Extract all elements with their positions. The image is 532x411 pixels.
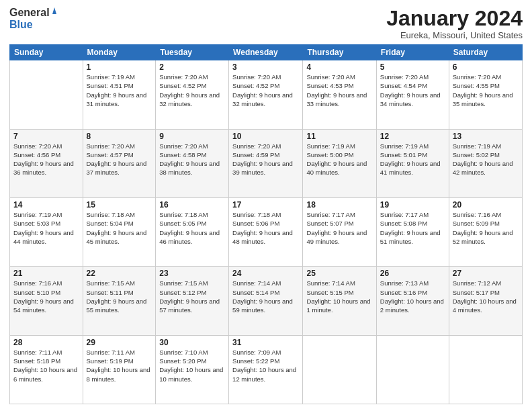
table-row: 10 Sunrise: 7:20 AMSunset: 4:59 PMDaylig…	[229, 129, 303, 197]
day-number: 23	[159, 269, 225, 278]
day-number: 25	[306, 269, 372, 278]
table-row: 20 Sunrise: 7:16 AMSunset: 5:09 PMDaylig…	[449, 197, 522, 266]
table-row: 11 Sunrise: 7:19 AMSunset: 5:00 PMDaylig…	[303, 129, 376, 197]
table-row: 21 Sunrise: 7:16 AMSunset: 5:10 PMDaylig…	[10, 267, 83, 335]
location: Eureka, Missouri, United States	[386, 30, 523, 40]
day-info: Sunrise: 7:20 AMSunset: 4:59 PMDaylight:…	[232, 142, 299, 177]
day-info: Sunrise: 7:20 AMSunset: 4:53 PMDaylight:…	[306, 73, 372, 108]
calendar-week-row: 7 Sunrise: 7:20 AMSunset: 4:56 PMDayligh…	[10, 129, 523, 197]
header: General Blue January 2024 Eureka, Missou…	[9, 7, 523, 40]
day-number: 5	[380, 62, 445, 72]
day-info: Sunrise: 7:14 AMSunset: 5:14 PMDaylight:…	[232, 279, 299, 314]
table-row: 12 Sunrise: 7:19 AMSunset: 5:01 PMDaylig…	[376, 129, 449, 197]
title-block: January 2024 Eureka, Missouri, United St…	[386, 7, 523, 40]
col-wednesday: Wednesday	[229, 45, 303, 60]
day-info: Sunrise: 7:18 AMSunset: 5:06 PMDaylight:…	[232, 210, 299, 246]
day-info: Sunrise: 7:11 AMSunset: 5:19 PMDaylight:…	[87, 348, 152, 383]
table-row	[303, 335, 376, 404]
svg-marker-0	[52, 7, 56, 14]
day-info: Sunrise: 7:20 AMSunset: 4:58 PMDaylight:…	[159, 142, 225, 177]
day-number: 4	[306, 62, 372, 72]
table-row: 14 Sunrise: 7:19 AMSunset: 5:03 PMDaylig…	[10, 197, 83, 266]
day-info: Sunrise: 7:20 AMSunset: 4:54 PMDaylight:…	[380, 73, 445, 108]
table-row: 22 Sunrise: 7:15 AMSunset: 5:11 PMDaylig…	[83, 267, 156, 335]
day-number: 12	[380, 132, 445, 141]
day-info: Sunrise: 7:19 AMSunset: 5:02 PMDaylight:…	[453, 142, 519, 177]
calendar-table: Sunday Monday Tuesday Wednesday Thursday…	[9, 44, 523, 404]
day-info: Sunrise: 7:20 AMSunset: 4:57 PMDaylight:…	[87, 142, 152, 177]
day-number: 7	[13, 132, 79, 141]
calendar-week-row: 14 Sunrise: 7:19 AMSunset: 5:03 PMDaylig…	[10, 197, 523, 266]
day-info: Sunrise: 7:16 AMSunset: 5:10 PMDaylight:…	[13, 279, 79, 314]
day-info: Sunrise: 7:19 AMSunset: 4:51 PMDaylight:…	[87, 73, 152, 108]
calendar-week-row: 28 Sunrise: 7:11 AMSunset: 5:18 PMDaylig…	[10, 335, 523, 404]
day-number: 6	[453, 62, 519, 72]
table-row: 27 Sunrise: 7:12 AMSunset: 5:17 PMDaylig…	[449, 267, 522, 335]
day-number: 28	[13, 338, 79, 347]
day-number: 26	[380, 269, 445, 278]
day-number: 1	[87, 62, 152, 72]
col-tuesday: Tuesday	[156, 45, 229, 60]
table-row: 6 Sunrise: 7:20 AMSunset: 4:55 PMDayligh…	[449, 60, 522, 129]
table-row: 3 Sunrise: 7:20 AMSunset: 4:52 PMDayligh…	[229, 60, 303, 129]
day-number: 27	[453, 269, 519, 278]
table-row: 31 Sunrise: 7:09 AMSunset: 5:22 PMDaylig…	[229, 335, 303, 404]
table-row: 8 Sunrise: 7:20 AMSunset: 4:57 PMDayligh…	[83, 129, 156, 197]
day-info: Sunrise: 7:17 AMSunset: 5:08 PMDaylight:…	[380, 210, 445, 246]
day-number: 29	[87, 338, 152, 347]
day-info: Sunrise: 7:18 AMSunset: 5:05 PMDaylight:…	[159, 210, 225, 246]
col-thursday: Thursday	[303, 45, 376, 60]
day-number: 31	[232, 338, 299, 347]
day-number: 30	[159, 338, 225, 347]
table-row: 19 Sunrise: 7:17 AMSunset: 5:08 PMDaylig…	[376, 197, 449, 266]
table-row: 30 Sunrise: 7:10 AMSunset: 5:20 PMDaylig…	[156, 335, 229, 404]
day-info: Sunrise: 7:12 AMSunset: 5:17 PMDaylight:…	[453, 279, 519, 314]
day-info: Sunrise: 7:09 AMSunset: 5:22 PMDaylight:…	[232, 348, 299, 383]
day-info: Sunrise: 7:17 AMSunset: 5:07 PMDaylight:…	[306, 210, 372, 246]
day-info: Sunrise: 7:19 AMSunset: 5:00 PMDaylight:…	[306, 142, 372, 177]
day-number: 9	[159, 132, 225, 141]
table-row	[10, 60, 83, 129]
table-row: 29 Sunrise: 7:11 AMSunset: 5:19 PMDaylig…	[83, 335, 156, 404]
col-monday: Monday	[83, 45, 156, 60]
day-number: 10	[232, 132, 299, 141]
calendar-week-row: 21 Sunrise: 7:16 AMSunset: 5:10 PMDaylig…	[10, 267, 523, 335]
day-number: 18	[306, 200, 372, 210]
day-number: 2	[159, 62, 225, 72]
day-number: 17	[232, 200, 299, 210]
table-row	[449, 335, 522, 404]
table-row: 7 Sunrise: 7:20 AMSunset: 4:56 PMDayligh…	[10, 129, 83, 197]
day-number: 3	[232, 62, 299, 72]
day-number: 19	[380, 200, 445, 210]
day-info: Sunrise: 7:13 AMSunset: 5:16 PMDaylight:…	[380, 279, 445, 314]
day-info: Sunrise: 7:19 AMSunset: 5:03 PMDaylight:…	[13, 210, 79, 246]
day-info: Sunrise: 7:20 AMSunset: 4:52 PMDaylight:…	[232, 73, 299, 108]
table-row: 5 Sunrise: 7:20 AMSunset: 4:54 PMDayligh…	[376, 60, 449, 129]
day-info: Sunrise: 7:16 AMSunset: 5:09 PMDaylight:…	[453, 210, 519, 246]
col-saturday: Saturday	[449, 45, 522, 60]
table-row: 1 Sunrise: 7:19 AMSunset: 4:51 PMDayligh…	[83, 60, 156, 129]
day-info: Sunrise: 7:15 AMSunset: 5:12 PMDaylight:…	[159, 279, 225, 314]
table-row: 28 Sunrise: 7:11 AMSunset: 5:18 PMDaylig…	[10, 335, 83, 404]
day-info: Sunrise: 7:11 AMSunset: 5:18 PMDaylight:…	[13, 348, 79, 383]
table-row: 24 Sunrise: 7:14 AMSunset: 5:14 PMDaylig…	[229, 267, 303, 335]
day-number: 20	[453, 200, 519, 210]
day-info: Sunrise: 7:19 AMSunset: 5:01 PMDaylight:…	[380, 142, 445, 177]
day-info: Sunrise: 7:20 AMSunset: 4:56 PMDaylight:…	[13, 142, 79, 177]
page: General Blue January 2024 Eureka, Missou…	[0, 0, 532, 411]
day-number: 21	[13, 269, 79, 278]
table-row: 23 Sunrise: 7:15 AMSunset: 5:12 PMDaylig…	[156, 267, 229, 335]
day-number: 11	[306, 132, 372, 141]
table-row	[376, 335, 449, 404]
day-info: Sunrise: 7:20 AMSunset: 4:55 PMDaylight:…	[453, 73, 519, 108]
table-row: 17 Sunrise: 7:18 AMSunset: 5:06 PMDaylig…	[229, 197, 303, 266]
day-info: Sunrise: 7:20 AMSunset: 4:52 PMDaylight:…	[159, 73, 225, 108]
table-row: 15 Sunrise: 7:18 AMSunset: 5:04 PMDaylig…	[83, 197, 156, 266]
table-row: 18 Sunrise: 7:17 AMSunset: 5:07 PMDaylig…	[303, 197, 376, 266]
day-info: Sunrise: 7:14 AMSunset: 5:15 PMDaylight:…	[306, 279, 372, 314]
day-number: 14	[13, 200, 79, 210]
table-row: 13 Sunrise: 7:19 AMSunset: 5:02 PMDaylig…	[449, 129, 522, 197]
table-row: 2 Sunrise: 7:20 AMSunset: 4:52 PMDayligh…	[156, 60, 229, 129]
table-row: 4 Sunrise: 7:20 AMSunset: 4:53 PMDayligh…	[303, 60, 376, 129]
table-row: 16 Sunrise: 7:18 AMSunset: 5:05 PMDaylig…	[156, 197, 229, 266]
